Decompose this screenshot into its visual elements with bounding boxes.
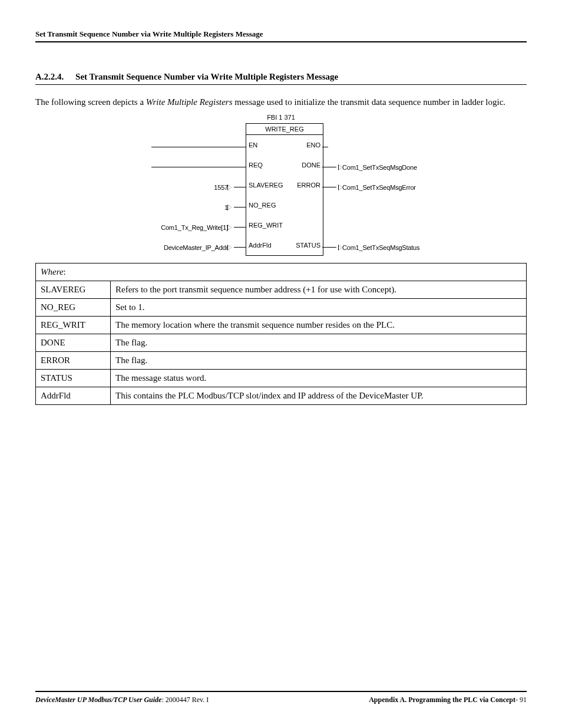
- section-number: A.2.2.4.: [35, 72, 64, 81]
- table-row: ERROR The flag.: [36, 351, 527, 369]
- where-header: Where:: [36, 263, 527, 281]
- wire-en-in: [140, 137, 246, 157]
- term-cell: AddrFld: [36, 387, 111, 404]
- pin-eno: ENO: [306, 141, 320, 149]
- pin-error: ERROR: [297, 182, 320, 189]
- triangle-icon: [339, 245, 342, 250]
- footer-right: Appendix A. Programming the PLC via Conc…: [369, 696, 527, 704]
- intro-pre: The following screen depicts a: [35, 97, 146, 107]
- triangle-icon: [339, 165, 342, 170]
- desc-cell: Set to 1.: [111, 298, 527, 316]
- desc-cell: The flag.: [111, 334, 527, 351]
- desc-cell: This contains the PLC Modbus/TCP slot/in…: [111, 387, 527, 404]
- section-title: Set Transmit Sequence Number via Write M…: [75, 72, 338, 81]
- triangle-icon: [339, 185, 342, 190]
- desc-cell: The memory location where the transmit s…: [111, 316, 527, 334]
- table-row: AddrFld This contains the PLC Modbus/TCP…: [36, 387, 527, 404]
- desc-cell: Refers to the port transmit sequence num…: [111, 281, 527, 298]
- footer-left: DeviceMaster UP Modbus/TCP User Guide: 2…: [35, 696, 209, 704]
- table-row: REG_WRIT The memory location where the t…: [36, 316, 527, 334]
- wire-addrfld-in: DeviceMaster_IP_Addr: [140, 238, 246, 258]
- pin-req: REQ: [249, 162, 263, 169]
- intro-em: Write Multiple Registers: [146, 97, 233, 107]
- definitions-table: Where: SLAVEREG Refers to the port trans…: [35, 263, 527, 405]
- page-footer: DeviceMaster UP Modbus/TCP User Guide: 2…: [35, 691, 527, 704]
- footer-doc-rev: : 2000447 Rev. I: [161, 696, 209, 704]
- ladder-figure: FBI 1 371 WRITE_REG EN ENO REQ: [140, 114, 422, 256]
- function-block-label: FBI 1 371: [140, 114, 422, 121]
- pin-done: DONE: [302, 162, 320, 169]
- intro-post: message used to initialize the transmit …: [233, 97, 506, 107]
- wire-status-out: Com1_SetTxSeqMsgStatus: [322, 238, 422, 258]
- pin-addrfld: AddrFld: [249, 242, 272, 249]
- pin-no-reg: NO_REG: [249, 202, 276, 209]
- footer-page-num: - 91: [515, 696, 527, 704]
- term-cell: REG_WRIT: [36, 316, 111, 334]
- where-label: Where: [41, 267, 64, 276]
- term-cell: NO_REG: [36, 298, 111, 316]
- done-dest: Com1_SetTxSeqMsgDone: [342, 164, 417, 171]
- wire-eno-out: [322, 137, 422, 157]
- function-block: WRITE_REG EN ENO REQ DONE SLAVER: [246, 123, 323, 256]
- pin-status: STATUS: [296, 242, 320, 249]
- wire-slavereg-in: 1557: [140, 177, 246, 197]
- footer-doc-title: DeviceMaster UP Modbus/TCP User Guide: [35, 696, 161, 704]
- addrfld-source: DeviceMaster_IP_Addr: [164, 244, 228, 251]
- intro-paragraph: The following screen depicts a Write Mul…: [35, 97, 527, 108]
- triangle-icon: [228, 185, 232, 190]
- term-cell: STATUS: [36, 369, 111, 387]
- pin-slavereg: SLAVEREG: [249, 182, 283, 189]
- wire-noreg-in: 1: [140, 197, 246, 218]
- status-dest: Com1_SetTxSeqMsgStatus: [342, 244, 419, 251]
- table-row: NO_REG Set to 1.: [36, 298, 527, 316]
- table-row: STATUS The message status word.: [36, 369, 527, 387]
- wire-error-out: Com1_SetTxSeqMsgError: [322, 177, 422, 197]
- slavereg-value: 1557: [214, 184, 228, 191]
- desc-cell: The flag.: [111, 351, 527, 369]
- pin-en: EN: [249, 141, 257, 149]
- wire-done-out: Com1_SetTxSeqMsgDone: [322, 157, 422, 177]
- regwrit-source: Com1_Tx_Reg_Write[1]: [161, 224, 228, 231]
- function-block-type: WRITE_REG: [246, 124, 323, 135]
- term-cell: ERROR: [36, 351, 111, 369]
- desc-cell: The message status word.: [111, 369, 527, 387]
- wire-req-in: [140, 157, 246, 177]
- triangle-icon: [228, 205, 232, 210]
- footer-appendix: Appendix A. Programming the PLC via Conc…: [369, 696, 515, 704]
- triangle-icon: [228, 245, 232, 250]
- error-dest: Com1_SetTxSeqMsgError: [342, 184, 416, 191]
- section-heading: A.2.2.4. Set Transmit Sequence Number vi…: [35, 72, 527, 85]
- wire-regwrit-in: Com1_Tx_Reg_Write[1]: [140, 218, 246, 238]
- term-cell: SLAVEREG: [36, 281, 111, 298]
- running-header: Set Transmit Sequence Number via Write M…: [35, 29, 527, 42]
- table-row: SLAVEREG Refers to the port transmit seq…: [36, 281, 527, 298]
- triangle-icon: [228, 225, 232, 230]
- term-cell: DONE: [36, 334, 111, 351]
- pin-reg-writ: REG_WRIT: [249, 222, 283, 229]
- table-row: DONE The flag.: [36, 334, 527, 351]
